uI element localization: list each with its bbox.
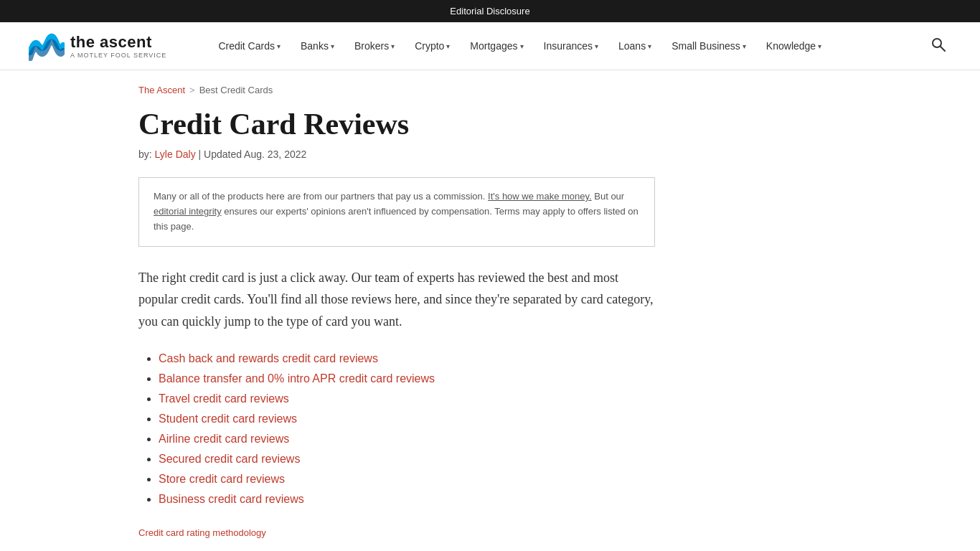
toc-link-business[interactable]: Business credit card reviews: [159, 493, 304, 505]
nav-small-business[interactable]: Small Business ▾: [663, 34, 755, 57]
nav-banks[interactable]: Banks ▾: [292, 34, 343, 57]
toc-link-student[interactable]: Student credit card reviews: [159, 413, 297, 425]
nav-knowledge[interactable]: Knowledge ▾: [758, 34, 830, 57]
site-header: the ascent A MOTLEY FOOL SERVICE Credit …: [0, 22, 980, 70]
main-content: The Ascent > Best Credit Cards Credit Ca…: [110, 70, 870, 551]
list-item: Secured credit card reviews: [159, 453, 655, 466]
chevron-down-icon: ▾: [391, 42, 395, 50]
svg-point-0: [933, 39, 941, 47]
logo[interactable]: the ascent A MOTLEY FOOL SERVICE: [29, 31, 166, 61]
main-nav: Credit Cards ▾ Banks ▾ Brokers ▾ Crypto …: [209, 34, 925, 57]
list-item: Balance transfer and 0% intro APR credit…: [159, 372, 655, 385]
toc-link-travel[interactable]: Travel credit card reviews: [159, 392, 289, 405]
chevron-down-icon: ▾: [595, 42, 598, 50]
chevron-down-icon: ▾: [277, 42, 281, 50]
toc-link-secured[interactable]: Secured credit card reviews: [159, 453, 300, 465]
chevron-down-icon: ▾: [818, 42, 821, 50]
toc-link-airline[interactable]: Airline credit card reviews: [159, 433, 289, 445]
how-we-make-money-link[interactable]: It's how we make money.: [488, 191, 592, 202]
methodology-link[interactable]: Credit card rating methodology: [138, 527, 266, 538]
breadcrumb-home-link[interactable]: The Ascent: [138, 85, 185, 95]
nav-mortgages[interactable]: Mortgages ▾: [461, 34, 532, 57]
disclosure-text-before: Many or all of the products here are fro…: [154, 191, 485, 202]
author-link[interactable]: Lyle Daly: [155, 149, 196, 160]
breadcrumb: The Ascent > Best Credit Cards: [138, 85, 842, 95]
nav-credit-cards[interactable]: Credit Cards ▾: [209, 34, 289, 57]
disclosure-text-after: ensures our experts' opinions aren't inf…: [154, 206, 639, 232]
disclosure-box: Many or all of the products here are fro…: [138, 177, 655, 246]
svg-line-1: [941, 47, 945, 51]
page-title: Credit Card Reviews: [138, 107, 842, 141]
disclosure-bar: Editorial Disclosure: [0, 0, 980, 22]
list-item: Travel credit card reviews: [159, 392, 655, 405]
toc-link-balance[interactable]: Balance transfer and 0% intro APR credit…: [159, 372, 435, 385]
nav-crypto[interactable]: Crypto ▾: [406, 34, 458, 57]
list-item: Business credit card reviews: [159, 493, 655, 506]
chevron-down-icon: ▾: [743, 42, 746, 50]
list-item: Store credit card reviews: [159, 473, 655, 486]
search-button[interactable]: [925, 32, 951, 61]
logo-subtitle: A MOTLEY FOOL SERVICE: [70, 52, 166, 59]
chevron-down-icon: ▾: [446, 42, 450, 50]
breadcrumb-separator: >: [189, 85, 195, 95]
disclosure-text-middle: But our: [594, 191, 624, 202]
chevron-down-icon: ▾: [331, 42, 334, 50]
nav-insurances[interactable]: Insurances ▾: [535, 34, 607, 57]
list-item: Cash back and rewards credit card review…: [159, 352, 655, 365]
list-item: Airline credit card reviews: [159, 433, 655, 446]
search-icon: [931, 37, 946, 52]
updated-date: | Updated Aug. 23, 2022: [199, 149, 307, 160]
chevron-down-icon: ▾: [648, 42, 651, 50]
nav-brokers[interactable]: Brokers ▾: [346, 34, 403, 57]
toc-link-store[interactable]: Store credit card reviews: [159, 473, 285, 485]
author-prefix: by:: [138, 149, 152, 160]
logo-icon: [29, 31, 65, 61]
breadcrumb-current: Best Credit Cards: [199, 85, 273, 95]
editorial-integrity-link[interactable]: editorial integrity: [154, 206, 222, 217]
logo-name: the ascent: [70, 33, 166, 52]
table-of-contents: Cash back and rewards credit card review…: [138, 352, 655, 506]
chevron-down-icon: ▾: [520, 42, 524, 50]
intro-paragraph: The right credit card is just a click aw…: [138, 267, 655, 333]
author-line: by: Lyle Daly | Updated Aug. 23, 2022: [138, 149, 842, 160]
list-item: Student credit card reviews: [159, 413, 655, 425]
nav-loans[interactable]: Loans ▾: [610, 34, 660, 57]
disclosure-bar-text: Editorial Disclosure: [450, 6, 529, 17]
toc-link-cashback[interactable]: Cash back and rewards credit card review…: [159, 352, 378, 364]
